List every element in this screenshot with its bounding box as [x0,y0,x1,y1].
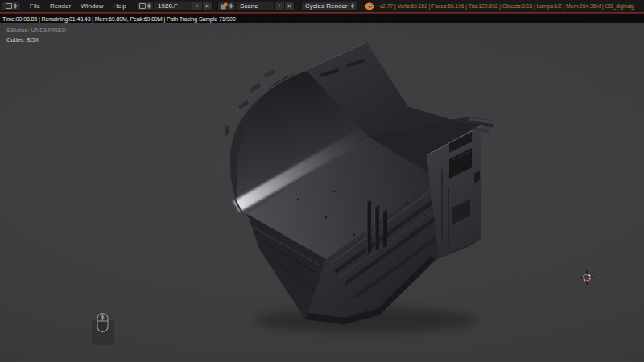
add-layout-button[interactable]: + [192,2,202,11]
chevron-updown-icon [351,3,354,9]
menu-window[interactable]: Window [80,2,103,10]
render-engine-value: Cycles Render [305,2,347,10]
menu-help[interactable]: Help [114,2,126,10]
screen-layout-browse-button[interactable] [136,2,153,11]
menu-render[interactable]: Render [50,2,71,10]
3d-cursor[interactable] [580,270,594,285]
render-status-bar: Time:00:08.85 | Remaining:01:43.43 | Mem… [0,14,644,23]
info-header: File Render Window Help 1920.F + ✕ Scene… [0,0,644,12]
blender-logo-icon [364,2,374,10]
scene-selector: Scene + ✕ [217,2,295,11]
blender-window: File Render Window Help 1920.F + ✕ Scene… [0,0,644,362]
add-scene-button[interactable]: + [274,2,284,11]
scene-icon [221,2,228,10]
info-editor-icon [6,3,12,9]
scene-name-field[interactable]: Scene [235,2,274,11]
menu-file[interactable]: File [30,2,40,10]
chevron-updown-icon [147,3,151,9]
screen-layout-icon [139,3,146,9]
render-viewport[interactable]: SStatus: UNDEFINED Cutter: BOX [0,23,644,362]
chevron-updown-icon [229,3,233,9]
editor-type-button[interactable] [2,2,21,11]
rendered-model-image [0,23,644,362]
screen-layout-selector: 1920.F + ✕ [136,2,213,11]
mouse-icon [96,312,110,334]
scene-statistics: v2.77 | Verts:60.152 | Faces:56.196 | Tr… [380,3,634,9]
close-layout-button[interactable]: ✕ [202,2,213,11]
scene-browse-button[interactable] [217,2,235,11]
render-status-text: Time:00:08.85 | Remaining:01:43.43 | Mem… [2,16,236,22]
close-scene-button[interactable]: ✕ [284,2,295,11]
screen-layout-name-field[interactable]: 1920.F [153,2,192,11]
render-engine-dropdown[interactable]: Cycles Render [301,2,357,11]
cutter-box-model [225,43,493,324]
chevron-updown-icon [14,3,17,9]
